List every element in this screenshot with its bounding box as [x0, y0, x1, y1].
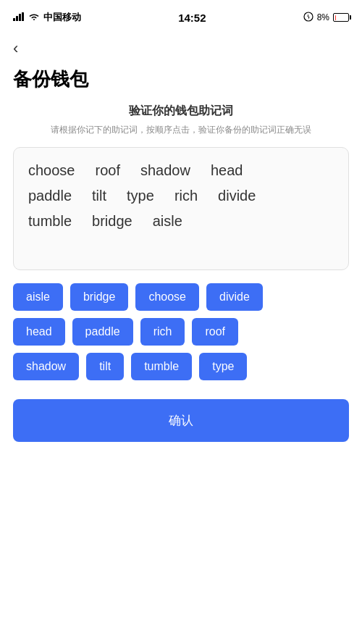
display-word: rich — [174, 188, 198, 204]
back-button[interactable]: ‹ — [0, 32, 362, 61]
section-title: 验证你的钱包助记词 — [0, 104, 362, 119]
display-word: type — [127, 188, 154, 204]
word-chip[interactable]: rich — [140, 318, 185, 346]
display-word-row: paddletilttyperichdivide — [28, 188, 334, 204]
display-word: choose — [28, 162, 75, 179]
display-word: roof — [96, 162, 120, 179]
carrier-signal: 中国移动 — [13, 11, 81, 24]
battery-icon — [333, 13, 349, 22]
svg-point-4 — [304, 12, 313, 21]
display-word: paddle — [28, 188, 72, 204]
word-chip[interactable]: bridge — [70, 283, 128, 311]
svg-rect-2 — [19, 14, 21, 21]
word-chip[interactable]: roof — [192, 318, 238, 346]
svg-rect-1 — [16, 16, 18, 21]
battery-area: 8% — [303, 12, 349, 24]
display-word: bridge — [92, 213, 132, 230]
display-word: shadow — [140, 162, 190, 179]
display-word: tumble — [28, 213, 72, 230]
display-word-row: tumblebridgeaisle — [28, 213, 334, 230]
svg-rect-3 — [22, 12, 24, 21]
chip-row: aislebridgechoosedivide — [13, 283, 349, 311]
word-chip[interactable]: type — [199, 353, 247, 380]
time-display: 14:52 — [178, 12, 206, 24]
confirm-button[interactable]: 确认 — [13, 399, 349, 442]
display-word: divide — [218, 188, 256, 204]
battery-fill — [335, 15, 336, 20]
word-chip[interactable]: choose — [135, 283, 199, 311]
word-display-box: chooseroofshadowheadpaddletilttyperichdi… — [13, 147, 349, 270]
word-chip[interactable]: paddle — [72, 318, 133, 346]
charge-icon — [303, 12, 313, 24]
word-chip[interactable]: aisle — [13, 283, 63, 311]
battery-percent: 8% — [317, 12, 329, 22]
back-arrow-icon: ‹ — [13, 39, 18, 57]
signal-icon — [13, 12, 25, 23]
word-chip[interactable]: shadow — [13, 353, 79, 380]
chip-row: headpaddlerichroof — [13, 318, 349, 346]
word-chip[interactable]: tilt — [86, 353, 124, 380]
carrier-label: 中国移动 — [43, 11, 81, 24]
word-chips-area: aislebridgechoosedivideheadpaddlerichroo… — [13, 283, 349, 380]
display-word: tilt — [92, 188, 106, 204]
word-chip[interactable]: divide — [206, 283, 263, 311]
wifi-icon — [28, 12, 40, 23]
status-bar: 中国移动 14:52 8% — [0, 0, 362, 32]
page-title: 备份钱包 — [0, 61, 362, 104]
svg-rect-0 — [13, 18, 15, 21]
display-word: head — [211, 162, 243, 179]
word-chip[interactable]: tumble — [131, 353, 192, 380]
display-word-row: chooseroofshadowhead — [28, 162, 334, 179]
section-desc: 请根据你记下的助记词，按顺序点击，验证你备份的助记词正确无误 — [0, 123, 362, 137]
word-chip[interactable]: head — [13, 318, 65, 346]
chip-row: shadowtilttumbletype — [13, 353, 349, 380]
display-word: aisle — [153, 213, 182, 230]
